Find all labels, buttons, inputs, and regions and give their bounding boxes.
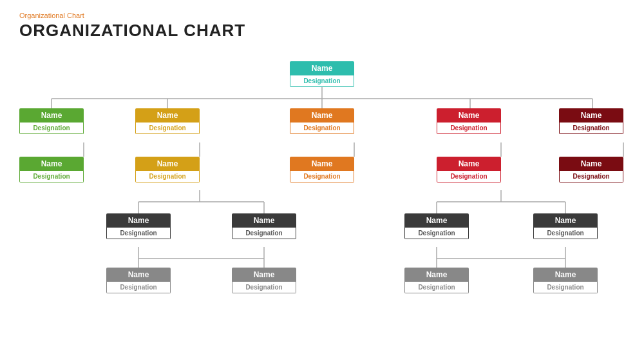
l1-4-designation: Designation (559, 123, 623, 134)
l2-node-1: Name Designation (135, 157, 200, 182)
l4-node-3: Name Designation (533, 268, 598, 293)
l4-3-name: Name (533, 268, 598, 282)
l3-0-designation: Designation (106, 228, 171, 239)
root-name: Name (290, 61, 354, 75)
l3-node-1: Name Designation (232, 213, 296, 239)
l1-node-1: Name Designation (135, 108, 200, 134)
l3-node-0: Name Designation (106, 213, 171, 239)
l4-0-name: Name (106, 268, 171, 282)
l4-node-0: Name Designation (106, 268, 171, 293)
subtitle: Organizational Chart (19, 12, 625, 19)
page: Organizational Chart ORGANIZATIONAL CHAR… (0, 0, 644, 363)
l1-1-designation: Designation (135, 123, 200, 134)
l1-0-name: Name (19, 108, 84, 123)
root-designation: Designation (290, 75, 354, 87)
l1-node-0: Name Designation (19, 108, 84, 134)
l3-node-2: Name Designation (404, 213, 469, 239)
l2-3-name: Name (437, 157, 501, 171)
l4-node-1: Name Designation (232, 268, 296, 293)
l3-3-designation: Designation (533, 228, 598, 239)
l2-1-designation: Designation (135, 171, 200, 182)
l2-0-designation: Designation (19, 171, 84, 182)
l3-0-name: Name (106, 213, 171, 228)
l4-1-name: Name (232, 268, 296, 282)
l2-4-designation: Designation (559, 171, 623, 182)
l1-4-name: Name (559, 108, 623, 123)
l2-node-2: Name Designation (290, 157, 354, 182)
l2-1-name: Name (135, 157, 200, 171)
l3-2-designation: Designation (404, 228, 469, 239)
l1-1-name: Name (135, 108, 200, 123)
l2-node-4: Name Designation (559, 157, 623, 182)
connector-lines (19, 47, 625, 363)
l4-0-designation: Designation (106, 282, 171, 293)
l3-1-designation: Designation (232, 228, 296, 239)
l2-4-name: Name (559, 157, 623, 171)
l3-2-name: Name (404, 213, 469, 228)
l4-1-designation: Designation (232, 282, 296, 293)
l1-2-name: Name (290, 108, 354, 123)
l1-3-name: Name (437, 108, 501, 123)
l4-2-name: Name (404, 268, 469, 282)
l1-node-3: Name Designation (437, 108, 501, 134)
l1-0-designation: Designation (19, 123, 84, 134)
l1-3-designation: Designation (437, 123, 501, 134)
l1-2-designation: Designation (290, 123, 354, 134)
l3-node-3: Name Designation (533, 213, 598, 239)
l2-node-0: Name Designation (19, 157, 84, 182)
root-node: Name Designation (290, 61, 354, 87)
l4-2-designation: Designation (404, 282, 469, 293)
l1-node-2: Name Designation (290, 108, 354, 134)
l2-node-3: Name Designation (437, 157, 501, 182)
l2-2-name: Name (290, 157, 354, 171)
page-title: ORGANIZATIONAL CHART (19, 21, 625, 41)
l3-1-name: Name (232, 213, 296, 228)
l3-3-name: Name (533, 213, 598, 228)
chart-area: Name Designation Name Designation Name D… (19, 47, 625, 363)
l2-3-designation: Designation (437, 171, 501, 182)
l4-node-2: Name Designation (404, 268, 469, 293)
l2-2-designation: Designation (290, 171, 354, 182)
l1-node-4: Name Designation (559, 108, 623, 134)
l4-3-designation: Designation (533, 282, 598, 293)
l2-0-name: Name (19, 157, 84, 171)
